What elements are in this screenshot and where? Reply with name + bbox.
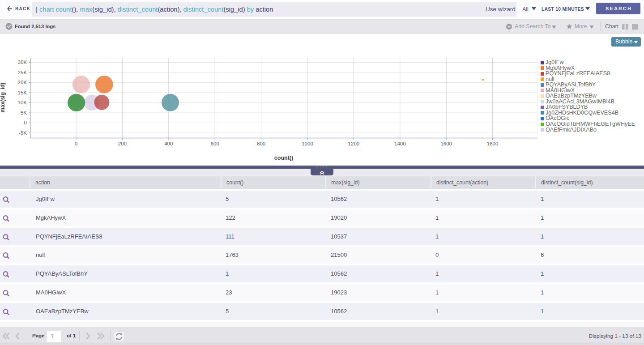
svg-text:20K: 20K (18, 80, 27, 85)
svg-text:600: 600 (211, 141, 219, 146)
svg-text:30K: 30K (18, 60, 27, 65)
svg-text:400: 400 (164, 141, 173, 146)
svg-text:5K: 5K (21, 110, 27, 115)
svg-text:10K: 10K (18, 100, 27, 105)
svg-text:200: 200 (118, 141, 127, 146)
svg-text:1600: 1600 (440, 141, 452, 146)
svg-text:1200: 1200 (348, 141, 360, 146)
svg-text:0: 0 (24, 120, 27, 125)
svg-text:1800: 1800 (487, 141, 499, 146)
svg-text:15K: 15K (18, 90, 27, 95)
svg-text:1400: 1400 (394, 141, 406, 146)
svg-text:-5K: -5K (19, 130, 27, 136)
svg-text:1000: 1000 (302, 141, 313, 146)
svg-text:800: 800 (257, 141, 265, 146)
svg-text:25K: 25K (18, 70, 27, 75)
svg-text:0: 0 (75, 141, 77, 146)
